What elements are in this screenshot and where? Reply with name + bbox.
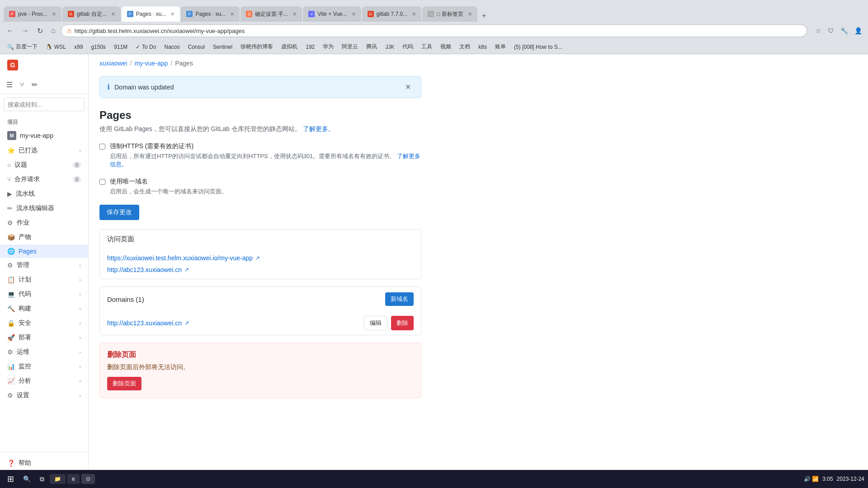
bookmark-x99[interactable]: x99	[71, 42, 86, 52]
sidebar-item-build[interactable]: 🔨 构建 ›	[0, 301, 88, 316]
shield-button[interactable]: 🛡	[826, 26, 836, 35]
issues-badge: 0	[73, 162, 81, 168]
tab-gitlab2[interactable]: G gitlab 7.7.0... ✕	[362, 6, 422, 22]
bookmark-nacos[interactable]: Nacos	[160, 42, 183, 52]
sidebar-item-security[interactable]: 🔒 安全 ›	[0, 316, 88, 330]
reload-button[interactable]: ↻	[34, 25, 46, 37]
close-banner-button[interactable]: ✕	[402, 82, 414, 92]
forward-button[interactable]: →	[19, 25, 32, 37]
bookmark-blog[interactable]: 徐晓伟的博客	[237, 42, 277, 52]
bookmark-k8s[interactable]: k8s	[475, 42, 491, 52]
tab-close-newtab[interactable]: ✕	[468, 11, 472, 17]
sidebar-item-manage[interactable]: ⚙ 管理 ›	[0, 258, 88, 272]
sidebar-item-artifacts[interactable]: 📦 产物	[0, 230, 88, 244]
gitlab-logo-icon: G	[7, 60, 18, 70]
bookmark-code[interactable]: 代码	[399, 42, 417, 52]
edge-button[interactable]: e	[67, 474, 80, 484]
tab-pages-active[interactable]: P Pages · xu... ✕	[122, 6, 180, 22]
delete-pages-button[interactable]: 删除页面	[107, 377, 142, 390]
sidebar-mr-left: ⑂ 合并请求	[7, 175, 40, 183]
tab-gitlab-custom[interactable]: G gitlab 自定... ✕	[62, 6, 121, 22]
bookmark-tools[interactable]: 工具	[418, 42, 436, 52]
breadcrumb-user[interactable]: xuxiaowei	[99, 60, 127, 67]
start-button[interactable]: ⊞	[4, 472, 18, 486]
sidebar-item-code[interactable]: 💻 代码 ›	[0, 287, 88, 301]
search-input[interactable]	[4, 98, 85, 111]
tab-close-gitlab[interactable]: ✕	[111, 11, 115, 17]
visit-link-2[interactable]: http://abc123.xuxiaowei.cn ↗	[107, 266, 414, 273]
sidebar-item-deploy[interactable]: 🚀 部署 ›	[0, 330, 88, 345]
unique-domain-checkbox[interactable]	[99, 179, 105, 185]
delete-domain-button[interactable]: 删除	[391, 316, 414, 330]
bookmark-911m[interactable]: 911M	[110, 42, 131, 52]
tab-pve[interactable]: P pve - Prox... ✕	[4, 6, 61, 22]
taskbar-right: 🔊 📶 3:05 2023-12-24	[804, 476, 864, 482]
sidebar-item-pipeline-editor[interactable]: ✏ 流水线编辑器	[0, 201, 88, 216]
sidebar-edit-button[interactable]: ✏	[29, 78, 40, 92]
tab-close-gitlab2[interactable]: ✕	[412, 11, 416, 17]
back-button[interactable]: ←	[4, 25, 16, 37]
https-checkbox[interactable]	[99, 144, 105, 150]
home-button[interactable]: ⌂	[48, 25, 58, 37]
address-bar[interactable]: ⚠ https://gitlab.test.helm.xuxiaowei.cn/…	[61, 24, 807, 37]
bookmark-192[interactable]: 192	[302, 42, 318, 52]
tab-newtab[interactable]: □ □ 新标签页 ✕	[422, 6, 477, 22]
sidebar-item-ops[interactable]: ⚙ 运维 ›	[0, 345, 88, 359]
new-domain-button[interactable]: 新域名	[385, 292, 414, 306]
sidebar-issues-button[interactable]: ☰	[4, 78, 15, 92]
bookmark-aliyun[interactable]: 阿里云	[338, 42, 362, 52]
bookmark-huawei[interactable]: 华为	[319, 42, 337, 52]
sidebar-mr-button[interactable]: ⑂	[17, 78, 27, 92]
chrome-button[interactable]: ⊙	[81, 474, 95, 484]
sidebar-item-pages[interactable]: 🌐 Pages	[0, 244, 88, 258]
bookmark-video[interactable]: 视频	[437, 42, 455, 52]
bookmark-how-to-s[interactable]: (5) [008] How to S...	[510, 42, 566, 52]
bookmark-baidu[interactable]: 🔍 百度一下	[4, 42, 41, 52]
sidebar-item-issues[interactable]: ○ 议题 0	[0, 158, 88, 172]
sidebar-help-item[interactable]: ❓ 帮助	[4, 456, 85, 470]
domain-link[interactable]: http://abc123.xuxiaowei.cn ↗	[107, 319, 189, 327]
sidebar-item-label-artifacts: 产物	[19, 233, 31, 241]
breadcrumb-project[interactable]: my-vue-app	[134, 60, 168, 67]
new-tab-button[interactable]: +	[478, 10, 490, 22]
explorer-button[interactable]: 📁	[50, 474, 66, 484]
tab-close-settings[interactable]: ✕	[292, 11, 297, 17]
sidebar-item-settings[interactable]: ⚙ 设置 ›	[0, 388, 88, 403]
learn-more-link[interactable]: 了解更多。	[303, 125, 335, 132]
bookmark-bill[interactable]: 账单	[491, 42, 509, 52]
bookmark-jjk[interactable]: JJK	[382, 42, 398, 52]
security-icon: 🔒	[7, 319, 15, 327]
bookmark-sentinel[interactable]: Sentinel	[209, 42, 236, 52]
bookmark-docs[interactable]: 文档	[456, 42, 474, 52]
tab-close-pages2[interactable]: ✕	[230, 11, 234, 17]
sidebar-item-mr[interactable]: ⑂ 合并请求 0	[0, 172, 88, 187]
tab-vite[interactable]: V Vite + Vue... ✕	[303, 6, 361, 22]
tab-close-pve[interactable]: ✕	[52, 11, 56, 17]
sidebar-item-analytics[interactable]: 📈 分析 ›	[0, 374, 88, 388]
sidebar: G ☰ ⑂ ✏ 项目 M my-vue-app ⭐ 已打选 › ○	[0, 54, 89, 488]
tab-settings[interactable]: 设 确定设置·手... ✕	[241, 6, 302, 22]
save-button[interactable]: 保存更改	[99, 205, 139, 220]
sidebar-item-jobs[interactable]: ⚙ 作业	[0, 216, 88, 230]
tab-close-vite[interactable]: ✕	[352, 11, 356, 17]
bookmark-wsl[interactable]: 🐧 WSL	[42, 42, 70, 52]
visit-link-1[interactable]: https://xuxiaowei.test.helm.xuxiaowei.io…	[107, 254, 414, 262]
bookmark-g150s[interactable]: g150s	[87, 42, 109, 52]
bookmark-star-button[interactable]: ☆	[813, 26, 824, 35]
sidebar-item-monitor[interactable]: 📊 监控 ›	[0, 359, 88, 374]
edit-domain-button[interactable]: 编辑	[364, 316, 387, 330]
extension-button[interactable]: 🔧	[838, 26, 850, 35]
sidebar-item-starred[interactable]: ⭐ 已打选 ›	[0, 143, 88, 158]
sidebar-item-project[interactable]: M my-vue-app	[0, 128, 88, 143]
sidebar-item-pipeline[interactable]: ▶ 流水线	[0, 187, 88, 201]
bookmark-vm[interactable]: 虚拟机	[278, 42, 301, 52]
bookmark-tencent[interactable]: 腾讯	[363, 42, 381, 52]
sidebar-item-plan[interactable]: 📋 计划 ›	[0, 272, 88, 287]
bookmark-todo[interactable]: ✓ To Do	[132, 42, 160, 52]
tab-pages2[interactable]: P Pages · xu... ✕	[181, 6, 240, 22]
search-taskbar-button[interactable]: 🔍	[19, 474, 34, 484]
profile-button[interactable]: 👤	[852, 26, 864, 35]
tab-close-pages[interactable]: ✕	[170, 11, 175, 17]
bookmark-consul[interactable]: Consul	[184, 42, 208, 52]
task-view-button[interactable]: ⧉	[36, 474, 48, 485]
